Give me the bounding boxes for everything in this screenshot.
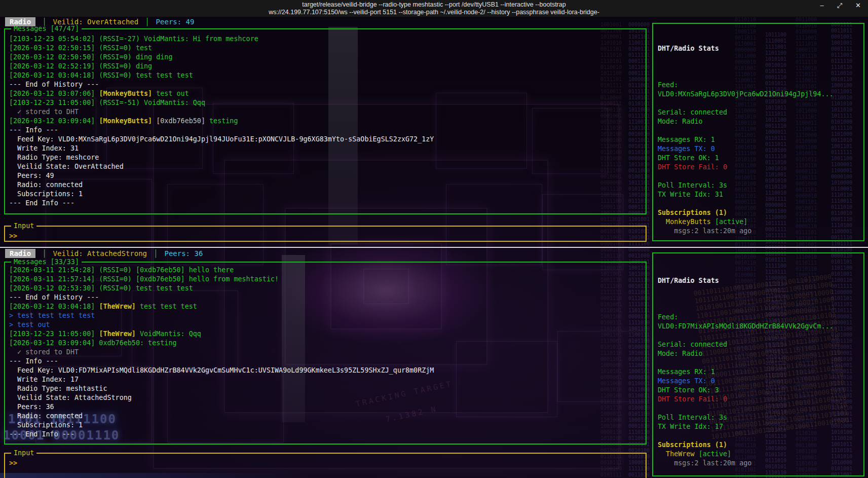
message-line: Peers: 36 bbox=[9, 402, 641, 412]
input-line: >> bbox=[9, 230, 641, 240]
message-line: [2026-03-12 03:04:18] (RSSI=0) test test… bbox=[9, 71, 641, 80]
window-titlebar: target/release/veilid-bridge --radio-typ… bbox=[0, 0, 868, 17]
input-prompt: >> bbox=[9, 459, 17, 467]
message-line: [2026-03-12 02:53:30] (RSSI=0) test test… bbox=[9, 284, 641, 293]
input-box-top[interactable]: Input >> bbox=[4, 223, 647, 242]
message-line: [2026-03-12 03:09:04] [MonkeyButts] [0xd… bbox=[9, 117, 641, 126]
text-segment: [2026-03-12 03:09:04] 0xdb76eb50: testin… bbox=[9, 339, 177, 347]
text-segment: ✓ stored to DHT bbox=[9, 348, 79, 356]
text-segment: [2103-12-23 11:05:00] (RSSI=-51) VoidMan… bbox=[9, 99, 205, 106]
message-line: ✓ stored to DHT bbox=[9, 348, 641, 357]
message-line: [2026-03-11 21:54:28] (RSSI=0) [0xdb76eb… bbox=[9, 266, 641, 275]
bottom-pane-header: Radio │ Veilid: AttachedStrong │ Peers: … bbox=[5, 249, 203, 258]
text-segment: --- End of History --- bbox=[9, 293, 99, 301]
input-box-bottom[interactable]: Input >> bbox=[4, 450, 647, 478]
text-segment: [2103-12-23 05:54:02] (RSSI=-27) VoidMan… bbox=[9, 35, 258, 43]
messages-box-top: Messages [47/47] [2103-12-23 05:54:02] (… bbox=[4, 25, 647, 214]
message-line: [2026-03-12 02:50:15] (RSSI=0) test bbox=[9, 44, 641, 53]
radio-tab[interactable]: Radio bbox=[5, 249, 35, 258]
text-segment: [2103-12-23 11:05:00] bbox=[9, 330, 99, 338]
message-line: [2026-03-11 21:57:14] (RSSI=0) [0xdb76eb… bbox=[9, 275, 641, 284]
text-segment: Subscriptions: 1 bbox=[9, 421, 83, 429]
message-line: > test out bbox=[9, 320, 641, 329]
message-line: Subscriptions: 1 bbox=[9, 190, 641, 199]
text-segment: Poll Interval: 3s bbox=[658, 181, 727, 189]
stats-line bbox=[658, 172, 859, 181]
text-segment: Messages RX: 1 bbox=[658, 368, 715, 376]
text-segment: VoidMantis: Qqq bbox=[136, 330, 201, 338]
text-segment: TheWrew bbox=[658, 450, 699, 458]
stats-line: TheWrew [active] bbox=[658, 450, 859, 459]
text-segment: --- Info --- bbox=[9, 126, 58, 134]
stats-line: DHT Store OK: 3 bbox=[658, 386, 859, 395]
message-list[interactable]: [2026-03-11 21:54:28] (RSSI=0) [0xdb76eb… bbox=[9, 266, 641, 439]
text-segment: DHT Store Fail: 0 bbox=[658, 163, 727, 171]
text-segment: Peers: 49 bbox=[9, 172, 54, 179]
text-segment: Radio: connected bbox=[9, 412, 83, 420]
text-segment: Mode: Radio bbox=[658, 118, 703, 125]
stats-line: Serial: connected bbox=[658, 340, 859, 349]
minimize-icon[interactable]: – bbox=[820, 2, 823, 10]
veilid-state-label: Veilid: AttachedStrong bbox=[53, 249, 147, 258]
text-segment: Serial: connected bbox=[658, 108, 727, 116]
window-title-line1: target/release/veilid-bridge --radio-typ… bbox=[0, 1, 868, 9]
stats-line: DHT Store OK: 1 bbox=[658, 154, 859, 163]
terminal: 1001001001110010100011101010001110111110… bbox=[0, 17, 868, 478]
stats-line bbox=[658, 71, 859, 81]
text-segment: [2026-03-12 02:53:30] (RSSI=0) test test… bbox=[9, 284, 193, 292]
text-segment: [TheWrew] bbox=[99, 303, 136, 310]
text-segment: [2026-03-12 03:07:06] bbox=[9, 90, 99, 97]
stats-title: DHT/Radio Stats bbox=[658, 44, 859, 53]
message-line: [2026-03-12 02:50:50] (RSSI=0) ding ding bbox=[9, 53, 641, 62]
message-line: Radio Type: meshcore bbox=[9, 153, 641, 162]
text-segment: Write Index: 31 bbox=[9, 144, 79, 152]
message-line: [2103-12-23 11:05:00] (RSSI=-51) VoidMan… bbox=[9, 98, 641, 107]
stats-line bbox=[658, 126, 859, 135]
text-segment: test out bbox=[152, 90, 189, 97]
stats-line: VLD0:FD7MixAPIsMQdli8KGDdHZrB84VVk2GgvCm… bbox=[658, 322, 859, 331]
stats-lines: Feed:VLD0:MXnSaRgL6p3DV0jPca6wD21Oni94gJ… bbox=[658, 71, 859, 236]
text-segment: [MonkeyButts] bbox=[99, 117, 152, 125]
text-segment: Subscriptions (1) bbox=[658, 209, 727, 216]
stats-line: Messages RX: 1 bbox=[658, 367, 859, 377]
radio-tab[interactable]: Radio bbox=[5, 17, 35, 26]
message-line: [2026-03-12 02:52:19] (RSSI=0) ding bbox=[9, 62, 641, 71]
text-segment: [active] bbox=[699, 450, 732, 458]
stats-title: DHT/Radio Stats bbox=[658, 276, 859, 285]
header-separator: │ bbox=[154, 249, 158, 258]
input-box-title: Input bbox=[11, 450, 36, 457]
stats-line bbox=[658, 331, 859, 340]
stats-line: Poll Interval: 3s bbox=[658, 413, 859, 422]
message-line: --- End Info --- bbox=[9, 430, 641, 439]
text-segment: [2026-03-12 03:09:04] bbox=[9, 117, 99, 125]
text-segment: --- End Info --- bbox=[9, 199, 74, 207]
message-line: --- Info --- bbox=[9, 126, 641, 135]
message-line: Subscriptions: 1 bbox=[9, 421, 641, 430]
message-line: Write Index: 31 bbox=[9, 144, 641, 153]
top-pane-header: Radio │ Veilid: OverAttached │ Peers: 49 bbox=[5, 17, 194, 26]
stats-line: Serial: connected bbox=[658, 108, 859, 117]
message-line: Peers: 49 bbox=[9, 171, 641, 180]
stats-line: Messages RX: 1 bbox=[658, 135, 859, 144]
input-field[interactable] bbox=[17, 458, 220, 465]
stats-line: Subscriptions (1) bbox=[658, 208, 859, 217]
text-segment: Radio Type: meshtastic bbox=[9, 385, 107, 392]
message-line: --- End of History --- bbox=[9, 293, 641, 302]
close-icon[interactable]: ✕ bbox=[855, 2, 861, 10]
message-line: Veilid State: AttachedStrong bbox=[9, 393, 641, 402]
message-list[interactable]: [2103-12-23 05:54:02] (RSSI=-27) VoidMan… bbox=[9, 32, 641, 208]
text-segment: [2026-03-11 21:57:14] (RSSI=0) [0xdb76eb… bbox=[9, 275, 279, 283]
header-separator: │ bbox=[42, 249, 46, 258]
header-separator: │ bbox=[42, 17, 46, 26]
input-field[interactable] bbox=[17, 231, 220, 238]
stats-line bbox=[658, 199, 859, 208]
stats-line: Poll Interval: 3s bbox=[658, 181, 859, 190]
message-line: > test test test test bbox=[9, 311, 641, 320]
text-segment: Messages TX: 0 bbox=[658, 377, 715, 385]
text-segment: ✓ stored to DHT bbox=[9, 108, 79, 116]
messages-box-title: Messages [47/47] bbox=[11, 25, 82, 32]
text-segment: Veilid State: OverAttached bbox=[9, 163, 124, 170]
maximize-icon[interactable]: ⤢ bbox=[837, 2, 842, 10]
stats-line bbox=[658, 431, 859, 440]
messages-box-bottom: Messages [33/33] [2026-03-11 21:54:28] (… bbox=[4, 259, 647, 445]
